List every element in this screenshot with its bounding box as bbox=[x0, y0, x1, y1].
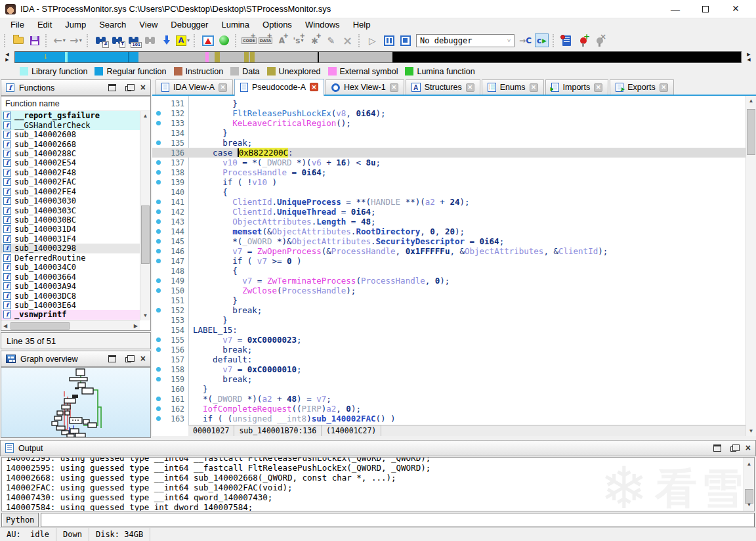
breakpoint-gutter[interactable] bbox=[152, 259, 164, 263]
scroll-up-icon[interactable]: ▲ bbox=[747, 459, 751, 469]
code-line[interactable]: 141 ClientId.UniqueProcess = **(HANDLE *… bbox=[152, 197, 746, 207]
function-list-item[interactable]: fsub_14000303C bbox=[1, 206, 140, 215]
breakpoint-gutter[interactable] bbox=[152, 308, 164, 313]
attach-c-icon[interactable]: →C bbox=[517, 32, 534, 49]
code-line[interactable]: 145 *(_OWORD *)&ObjectAttributes.Securit… bbox=[152, 236, 746, 246]
tab-close-icon[interactable]: ✕ bbox=[660, 83, 668, 92]
function-list-item[interactable]: fsub_140002FE4 bbox=[1, 187, 140, 196]
make-data-icon[interactable]: DATA+ bbox=[257, 32, 274, 49]
code-line[interactable]: 151 } bbox=[152, 295, 746, 305]
panel-maximize-icon[interactable] bbox=[108, 355, 116, 362]
quick-run-c-icon[interactable]: c▶ bbox=[534, 32, 550, 49]
tab-pseudocode-a[interactable]: Pseudocode-A✕ bbox=[234, 79, 324, 96]
functions-column-header[interactable]: Function name bbox=[1, 97, 150, 111]
scroll-down-icon[interactable]: ▼ bbox=[749, 428, 754, 434]
functions-horizontal-scrollbar[interactable]: ◀ ▶ bbox=[1, 320, 140, 330]
code-line[interactable]: 147 if ( v7 >= 0 ) bbox=[152, 256, 746, 266]
functions-panel-titlebar[interactable]: f Functions × bbox=[1, 79, 151, 96]
panel-close-icon[interactable]: × bbox=[140, 84, 146, 91]
undefine-icon[interactable]: × bbox=[339, 32, 356, 49]
breakpoint-gutter[interactable] bbox=[152, 160, 164, 165]
close-button[interactable]: × bbox=[721, 1, 751, 18]
function-list-item[interactable]: fsub_14000288C bbox=[1, 149, 140, 158]
code-line[interactable]: 135 break; bbox=[152, 138, 746, 148]
scroll-thumb[interactable] bbox=[745, 489, 753, 504]
function-list-item[interactable]: f_vsnwprintf bbox=[1, 310, 140, 319]
panel-float-icon[interactable] bbox=[125, 357, 131, 362]
debugger-options-icon[interactable] bbox=[558, 32, 575, 49]
navigation-band[interactable]: ↓ bbox=[14, 51, 742, 63]
code-line[interactable]: 144 memset(&ObjectAttributes.RootDirecto… bbox=[152, 227, 746, 236]
code-line[interactable]: 162 IofCompleteRequest((PIRP)a2, 0); bbox=[152, 404, 746, 414]
code-line[interactable]: 150 ZwClose(ProcessHandle); bbox=[152, 286, 746, 295]
minimize-button[interactable]: — bbox=[660, 1, 690, 18]
make-array-icon[interactable]: ∗+ bbox=[306, 32, 323, 49]
highlight-color-icon[interactable]: A▾ bbox=[175, 32, 191, 49]
menu-view[interactable]: View bbox=[133, 19, 164, 30]
function-list-item[interactable]: fsub_140003DC8 bbox=[1, 291, 140, 300]
code-line[interactable]: 136 case 0xB822200C: bbox=[152, 148, 746, 158]
tab-close-icon[interactable]: ✕ bbox=[390, 83, 398, 92]
search-immediate-icon[interactable]: 101 bbox=[125, 32, 142, 49]
breakpoint-gutter[interactable] bbox=[152, 337, 164, 342]
panel-close-icon[interactable]: × bbox=[746, 444, 751, 452]
nav-back-icon[interactable]: ←▾ bbox=[51, 32, 68, 49]
navband-left-arrows[interactable]: ◀▶ bbox=[3, 52, 12, 63]
breakpoint-gutter[interactable] bbox=[152, 397, 164, 401]
breakpoint-gutter[interactable] bbox=[152, 406, 164, 411]
maximize-button[interactable] bbox=[690, 1, 721, 18]
search-text-icon[interactable]: T bbox=[109, 32, 125, 49]
tab-structures[interactable]: AStructures✕ bbox=[406, 79, 480, 95]
code-line[interactable]: 149 v7 = ZwTerminateProcess(ProcessHandl… bbox=[152, 276, 746, 286]
tab-enums[interactable]: Enums✕ bbox=[482, 79, 544, 95]
code-line[interactable]: 131 } bbox=[152, 98, 746, 108]
output-panel-titlebar[interactable]: Output × bbox=[0, 440, 756, 456]
breakpoint-gutter[interactable] bbox=[152, 347, 164, 352]
breakpoint-gutter[interactable] bbox=[152, 249, 164, 253]
breakpoint-gutter[interactable] bbox=[152, 170, 164, 175]
python-cli-input[interactable] bbox=[41, 513, 755, 527]
code-line[interactable]: 154LABEL_15: bbox=[152, 325, 746, 335]
functions-vertical-scrollbar[interactable]: ▲ ▼ bbox=[140, 111, 150, 320]
code-line[interactable]: 158 v7 = 0xC0000010; bbox=[152, 364, 746, 374]
debug-run-icon[interactable]: ▷ bbox=[364, 32, 381, 49]
breakpoint-gutter[interactable] bbox=[152, 200, 164, 204]
function-list-item[interactable]: fsub_140002FAC bbox=[1, 177, 140, 186]
code-line[interactable]: 133 KeLeaveCriticalRegion(); bbox=[152, 118, 746, 128]
edit-item-icon[interactable]: ✎ bbox=[323, 32, 339, 49]
open-file-icon[interactable] bbox=[10, 32, 26, 49]
tab-close-icon[interactable]: ✕ bbox=[219, 83, 227, 92]
pseudocode-view[interactable]: 131 }132 FltReleasePushLockEx(v8, 0i64);… bbox=[152, 96, 746, 436]
analysis-indicator-icon[interactable] bbox=[216, 32, 232, 49]
scroll-up-icon[interactable]: ▲ bbox=[143, 113, 148, 119]
code-line[interactable]: 134 } bbox=[152, 128, 746, 138]
code-line[interactable]: 163 if ( (unsigned __int8)sub_140002FAC(… bbox=[152, 414, 746, 423]
output-log[interactable]: 140002595: using guessed type __int64 __… bbox=[1, 457, 755, 511]
analysis-problem-icon[interactable] bbox=[200, 32, 216, 49]
breakpoint-delete-icon[interactable]: × bbox=[591, 32, 608, 49]
debug-stop-icon[interactable] bbox=[397, 32, 413, 49]
panel-maximize-icon[interactable] bbox=[713, 444, 721, 452]
debug-pause-icon[interactable] bbox=[381, 32, 397, 49]
menu-options[interactable]: Options bbox=[256, 19, 299, 30]
scroll-thumb[interactable] bbox=[747, 109, 755, 155]
panel-maximize-icon[interactable] bbox=[108, 84, 116, 91]
code-line[interactable]: 139 if ( !v10 ) bbox=[152, 177, 746, 187]
breakpoint-gutter[interactable] bbox=[152, 209, 164, 214]
function-list-item[interactable]: fDeferredRoutine bbox=[1, 253, 140, 263]
code-line[interactable]: 138 ProcessHandle = 0i64; bbox=[152, 167, 746, 177]
menu-jump[interactable]: Jump bbox=[58, 19, 93, 30]
breakpoint-gutter[interactable] bbox=[152, 121, 164, 125]
graph-overview-titlebar[interactable]: Graph overview × bbox=[1, 351, 151, 367]
breakpoint-gutter[interactable] bbox=[152, 219, 164, 224]
breakpoint-gutter[interactable] bbox=[152, 239, 164, 244]
function-list-item[interactable]: fsub_140003E64 bbox=[1, 301, 140, 310]
breakpoint-gutter[interactable] bbox=[152, 229, 164, 234]
code-line[interactable]: 153 } bbox=[152, 315, 746, 325]
code-line[interactable]: 142 ClientId.UniqueThread = 0i64; bbox=[152, 207, 746, 217]
menu-debugger[interactable]: Debugger bbox=[164, 19, 215, 30]
tab-close-icon[interactable]: ✕ bbox=[530, 83, 538, 92]
code-line[interactable]: 160 } bbox=[152, 384, 746, 394]
breakpoint-gutter[interactable] bbox=[152, 288, 164, 293]
tab-close-icon[interactable]: ✕ bbox=[310, 83, 318, 91]
